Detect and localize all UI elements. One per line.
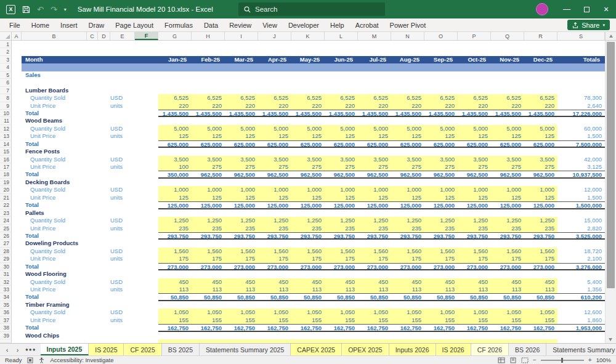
cell[interactable]: 3,500	[192, 156, 225, 163]
cell[interactable]	[12, 56, 22, 63]
cell[interactable]: 1,050	[391, 309, 424, 316]
accessibility-icon[interactable]	[39, 357, 44, 363]
cell[interactable]	[12, 125, 22, 132]
macro-record-icon[interactable]	[27, 357, 33, 363]
cell[interactable]: 450	[325, 278, 358, 286]
cell[interactable]: 625,000	[491, 141, 524, 147]
cell[interactable]: Totals	[557, 56, 605, 63]
cell[interactable]: 235	[192, 225, 225, 232]
row-header[interactable]: 21	[0, 194, 12, 201]
cell[interactable]: 50,850	[291, 294, 325, 299]
cell[interactable]: 2,640	[557, 102, 605, 110]
ribbon-tab-data[interactable]: Data	[198, 18, 224, 31]
cell[interactable]: 125	[424, 194, 458, 201]
cell[interactable]: 155	[192, 317, 225, 324]
row-header[interactable]: 5	[0, 71, 12, 79]
cell[interactable]	[12, 179, 22, 186]
cell[interactable]: 1,250	[291, 217, 325, 224]
cell[interactable]: 18,720	[557, 248, 605, 255]
cell[interactable]: 6,525	[458, 94, 491, 102]
cell[interactable]: 125	[225, 194, 258, 201]
cell[interactable]: 235	[358, 225, 391, 232]
cell[interactable]: 162,750	[524, 325, 557, 330]
cell[interactable]: Total	[22, 140, 87, 148]
cell[interactable]: 450	[524, 278, 557, 286]
cell[interactable]: USD	[110, 94, 135, 102]
vertical-scrollbar[interactable]	[605, 41, 616, 343]
scroll-up-arrow[interactable]	[605, 32, 616, 40]
cell[interactable]: 5,000	[524, 125, 557, 132]
cell[interactable]: 450	[491, 278, 524, 286]
sheet-tab-cf-2026[interactable]: CF 2026	[471, 344, 509, 355]
column-header-r[interactable]: R	[524, 32, 557, 40]
column-header-l[interactable]: L	[325, 32, 358, 40]
cell[interactable]: 1,560	[424, 248, 458, 255]
cell[interactable]	[12, 110, 22, 117]
cell[interactable]	[12, 132, 22, 140]
cell[interactable]: 1,050	[358, 309, 391, 316]
cell[interactable]: 450	[225, 278, 258, 286]
cell[interactable]: 220	[358, 102, 391, 110]
cell[interactable]	[87, 201, 158, 209]
cell[interactable]	[98, 186, 110, 193]
column-header-c[interactable]: C	[87, 32, 98, 40]
cell[interactable]	[87, 163, 98, 171]
cell[interactable]: 125,000	[158, 202, 192, 208]
cell[interactable]: 5,000	[325, 125, 358, 132]
cell[interactable]: 125	[358, 132, 391, 140]
cell[interactable]: 5,000	[491, 125, 524, 132]
previous-sheet-arrow[interactable]: ‹	[2, 346, 12, 354]
cell[interactable]	[87, 156, 98, 163]
cell[interactable]	[135, 102, 158, 110]
cell[interactable]: Quantity Sold	[22, 186, 87, 193]
cell[interactable]: 273,000	[491, 264, 524, 269]
cell[interactable]	[87, 110, 158, 117]
cell[interactable]: 3,500	[491, 156, 524, 163]
cell[interactable]: 6,525	[491, 94, 524, 102]
column-header-p[interactable]: P	[458, 32, 491, 40]
cell[interactable]: 1,560	[358, 248, 391, 255]
cell[interactable]	[22, 63, 605, 71]
sheet-tab-inputs-2025[interactable]: Inputs 2025	[41, 344, 89, 355]
cell[interactable]: 275	[225, 163, 258, 171]
ribbon-tab-insert[interactable]: Insert	[55, 18, 83, 31]
cell[interactable]: 50,850	[491, 294, 524, 299]
cell[interactable]	[98, 248, 110, 255]
ribbon-tab-page-layout[interactable]: Page Layout	[110, 18, 159, 31]
cell[interactable]: 293,750	[225, 233, 258, 238]
cell[interactable]: 125	[524, 132, 557, 140]
cell[interactable]: 1,435,500	[524, 110, 557, 116]
cell[interactable]: 125	[391, 132, 424, 140]
cell[interactable]: 625,000	[192, 141, 225, 147]
sheet-tab-cf-2025[interactable]: CF 2025	[124, 344, 161, 355]
cell[interactable]: 162,750	[225, 325, 258, 330]
cell[interactable]: Total	[22, 293, 87, 301]
cell[interactable]: 113	[325, 286, 358, 293]
cell[interactable]: Lumber Boards	[22, 87, 605, 94]
cell[interactable]: 235	[491, 225, 524, 232]
cell[interactable]: 125	[491, 132, 524, 140]
cell[interactable]: Unit Price	[22, 317, 87, 324]
cell[interactable]: 962,500	[391, 171, 424, 177]
cell[interactable]	[12, 293, 22, 301]
cell[interactable]: 235	[225, 225, 258, 232]
cell[interactable]: 1,050	[158, 309, 192, 316]
column-header-q[interactable]: Q	[491, 32, 524, 40]
cell[interactable]: 1,000	[458, 186, 491, 193]
cell[interactable]	[98, 163, 110, 171]
cell[interactable]: 125,000	[458, 202, 491, 208]
sheet-tab-is-2026[interactable]: IS 2026	[436, 344, 471, 355]
cell[interactable]: 293,750	[258, 233, 291, 238]
cell[interactable]: 125,000	[291, 202, 325, 208]
cell[interactable]: Unit Price	[22, 102, 87, 110]
cell[interactable]: 100	[158, 163, 192, 171]
ribbon-tab-view[interactable]: View	[257, 18, 283, 31]
cell[interactable]: 1,250	[491, 217, 524, 224]
cell[interactable]	[87, 225, 98, 232]
cell[interactable]: 155	[325, 317, 358, 324]
cell[interactable]: 450	[291, 278, 325, 286]
cell[interactable]: 50,850	[158, 294, 192, 299]
cell[interactable]: 450	[458, 278, 491, 286]
cell[interactable]: 1,560	[225, 248, 258, 255]
cell[interactable]: 125	[458, 194, 491, 201]
